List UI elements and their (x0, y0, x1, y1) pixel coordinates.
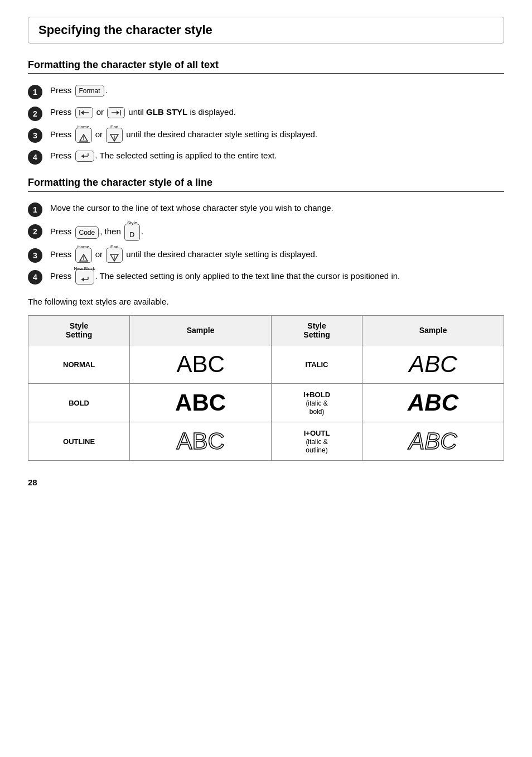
style-bold: BOLD (28, 384, 130, 422)
svg-marker-11 (81, 154, 84, 158)
step4-row: 4 Press . The selected setting is applie… (28, 150, 504, 165)
step1-text: Press Format. (50, 84, 504, 97)
style-italic-outline: I+OUTL(italic &outline) (272, 422, 362, 461)
style-outline: OUTLINE (28, 422, 130, 461)
format-key: Format (75, 85, 104, 97)
table-row-normal: NORMAL ABC ITALIC ABC (28, 345, 504, 384)
col-header-sample1: Sample (130, 316, 272, 345)
style-normal: NORMAL (28, 345, 130, 384)
code-key: Code (75, 226, 99, 239)
sample-italic: ABC (362, 345, 504, 384)
step4-text: Press . The selected setting is applied … (50, 150, 504, 162)
svg-marker-4 (117, 110, 119, 115)
s2-step2-text: Press Code, then Style D . (50, 224, 504, 241)
page-title: Specifying the character style (38, 23, 212, 37)
step3-number: 3 (28, 128, 42, 143)
style-italic-bold: I+BOLD(italic &bold) (272, 384, 362, 422)
col-header-sample2: Sample (362, 316, 504, 345)
page-title-box: Specifying the character style (28, 17, 504, 44)
step4-number: 4 (28, 150, 42, 165)
section2-heading: Formatting the character style of a line (28, 177, 504, 192)
s2-step2-number: 2 (28, 224, 42, 239)
section1-heading: Formatting the character style of all te… (28, 59, 504, 74)
style-table: StyleSetting Sample StyleSetting Sample … (28, 315, 504, 461)
step2-row: 2 Press or until GLB STYL is displayed. (28, 106, 504, 121)
svg-marker-18 (81, 277, 84, 282)
s2-down-arrow-key: End (106, 248, 123, 263)
up-arrow-key: Home (75, 128, 92, 143)
col-header-style1: StyleSetting (28, 316, 130, 345)
d-style-key: Style D (124, 224, 140, 241)
s2-step4-row: 4 Press New Block . The selected setting… (28, 269, 504, 285)
down-arrow-key: End (106, 128, 123, 143)
sample-italic-bold: ABC (362, 384, 504, 422)
s2-step2-row: 2 Press Code, then Style D . (28, 224, 504, 241)
right-arrow-key (107, 107, 125, 118)
step3-text: Press Home or End until the desired char… (50, 128, 504, 143)
sample-normal: ABC (130, 345, 272, 384)
style-italic: ITALIC (272, 345, 362, 384)
table-row-outline: OUTLINE ABC I+OUTL(italic &outline) ABC (28, 422, 504, 461)
s2-step4-text: Press New Block . The selected setting i… (50, 269, 504, 285)
step2-number: 2 (28, 107, 42, 121)
section1-steps: 1 Press Format. 2 Press or until GLB STY… (28, 84, 504, 165)
s2-step1-row: 1 Move the cursor to the line of text wh… (28, 202, 504, 217)
section2: Formatting the character style of a line… (28, 177, 504, 285)
s2-step1-number: 1 (28, 202, 42, 217)
s2-up-arrow-key: Home (75, 248, 92, 263)
sample-bold: ABC (130, 384, 272, 422)
page-number: 28 (28, 478, 504, 487)
step1-number: 1 (28, 85, 42, 99)
svg-marker-1 (81, 110, 84, 115)
s2-enter-key: New Block (75, 269, 94, 285)
table-row-bold: BOLD ABC I+BOLD(italic &bold) ABC (28, 384, 504, 422)
section1: Formatting the character style of all te… (28, 59, 504, 165)
following-text: The following text styles are available. (28, 297, 504, 306)
step3-row: 3 Press Home or End until the desired ch… (28, 128, 504, 143)
s2-step4-number: 4 (28, 270, 42, 285)
s2-step3-row: 3 Press Home or End until the desired ch… (28, 248, 504, 263)
enter-key (75, 151, 94, 162)
s2-step3-number: 3 (28, 248, 42, 263)
sample-outline: ABC (130, 422, 272, 461)
step1-row: 1 Press Format. (28, 84, 504, 99)
sample-italic-outline: ABC (362, 422, 504, 461)
left-arrow-key (75, 107, 93, 118)
s2-step3-text: Press Home or End until the desired char… (50, 248, 504, 263)
col-header-style2: StyleSetting (272, 316, 362, 345)
step2-text: Press or until GLB STYL is displayed. (50, 106, 504, 119)
section2-steps: 1 Move the cursor to the line of text wh… (28, 202, 504, 285)
s2-step1-text: Move the cursor to the line of text whos… (50, 202, 504, 215)
